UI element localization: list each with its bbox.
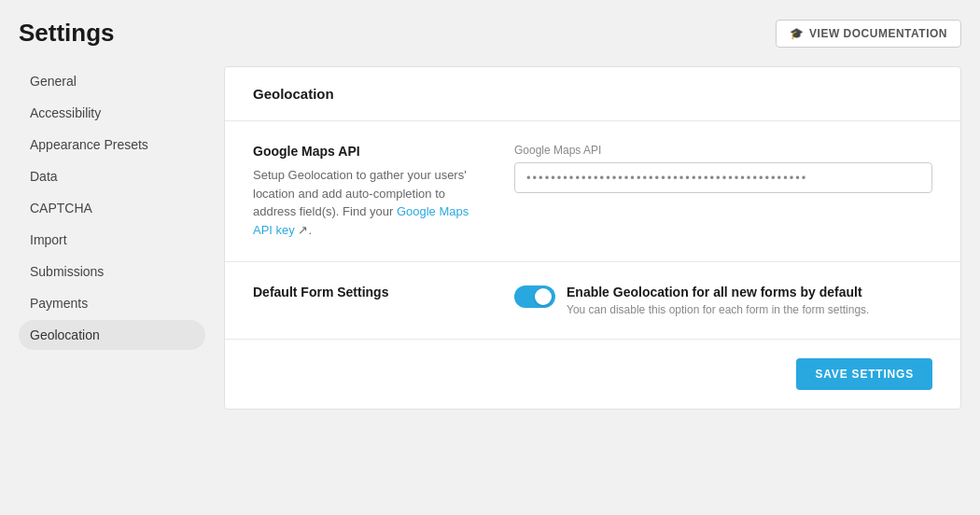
google-maps-description: Setup Geolocation to gather your users' … — [253, 166, 477, 239]
toggle-row: Enable Geolocation for all new forms by … — [514, 285, 932, 316]
view-documentation-button[interactable]: 🎓 VIEW DOCUMENTATION — [776, 20, 961, 48]
sidebar-item-import[interactable]: Import — [19, 225, 205, 255]
sidebar-link-submissions[interactable]: Submissions — [19, 257, 205, 286]
toggle-main-label: Enable Geolocation for all new forms by … — [567, 285, 932, 299]
geolocation-toggle[interactable] — [514, 285, 555, 308]
save-settings-button[interactable]: SAVE SETTINGS — [796, 358, 932, 390]
content-area: General Accessibility Appearance Presets… — [19, 66, 961, 410]
api-field-label: Google Maps API — [514, 144, 932, 157]
google-maps-label-col: Google Maps API Setup Geolocation to gat… — [253, 144, 477, 239]
default-form-settings-row: Default Form Settings Enable Geolocation… — [225, 262, 960, 340]
sidebar-item-accessibility[interactable]: Accessibility — [19, 98, 205, 128]
graduation-icon: 🎓 — [790, 27, 805, 40]
settings-footer: SAVE SETTINGS — [225, 340, 960, 409]
description-end: . — [308, 223, 312, 237]
page-header: Settings 🎓 VIEW DOCUMENTATION — [19, 19, 961, 48]
page-title: Settings — [19, 19, 115, 48]
google-maps-api-row: Google Maps API Setup Geolocation to gat… — [225, 121, 960, 262]
sidebar-link-appearance-presets[interactable]: Appearance Presets — [19, 130, 205, 160]
sidebar-item-captcha[interactable]: CAPTCHA — [19, 193, 205, 223]
google-maps-control-col: Google Maps API — [514, 144, 932, 239]
sidebar-nav: General Accessibility Appearance Presets… — [19, 66, 205, 350]
sidebar-link-general[interactable]: General — [19, 66, 205, 96]
default-form-control-col: Enable Geolocation for all new forms by … — [514, 285, 932, 316]
external-link-icon: ↗ — [295, 223, 309, 237]
main-content-panel: Geolocation Google Maps API Setup Geoloc… — [224, 66, 961, 410]
sidebar-item-payments[interactable]: Payments — [19, 288, 205, 318]
sidebar-item-appearance-presets[interactable]: Appearance Presets — [19, 130, 205, 160]
google-maps-label: Google Maps API — [253, 144, 477, 159]
sidebar-link-geolocation[interactable]: Geolocation — [19, 320, 205, 350]
sidebar-link-captcha[interactable]: CAPTCHA — [19, 193, 205, 223]
sidebar-link-import[interactable]: Import — [19, 225, 205, 255]
sidebar-item-data[interactable]: Data — [19, 161, 205, 191]
section-title: Geolocation — [225, 67, 960, 121]
sidebar-item-submissions[interactable]: Submissions — [19, 257, 205, 286]
sidebar-link-accessibility[interactable]: Accessibility — [19, 98, 205, 128]
sidebar-link-payments[interactable]: Payments — [19, 288, 205, 318]
view-docs-label: VIEW DOCUMENTATION — [809, 27, 947, 40]
default-form-label-col: Default Form Settings — [253, 285, 477, 316]
sidebar: General Accessibility Appearance Presets… — [19, 66, 224, 410]
sidebar-link-data[interactable]: Data — [19, 161, 205, 191]
toggle-sub-label: You can disable this option for each for… — [567, 303, 932, 316]
toggle-text-group: Enable Geolocation for all new forms by … — [567, 285, 932, 316]
toggle-slider — [514, 285, 555, 308]
google-maps-api-input[interactable] — [514, 162, 932, 193]
default-form-label: Default Form Settings — [253, 285, 477, 299]
sidebar-item-general[interactable]: General — [19, 66, 205, 96]
sidebar-item-geolocation[interactable]: Geolocation — [19, 320, 205, 350]
